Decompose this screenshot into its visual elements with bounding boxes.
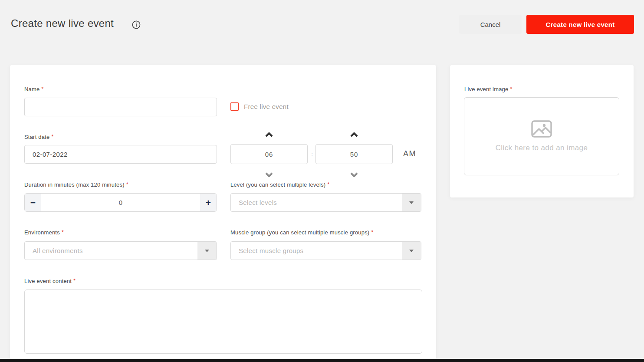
dropdown-arrow-icon	[402, 194, 421, 211]
muscle-group-select[interactable]: Select muscle groups	[230, 241, 421, 260]
minute-increment-button[interactable]	[348, 130, 361, 138]
required-asterisk: *	[41, 86, 43, 92]
required-asterisk: *	[327, 181, 329, 188]
name-input[interactable]	[24, 98, 217, 116]
live-event-form-card: Name* Free live event Start date* : AM D…	[10, 65, 436, 359]
required-asterisk: *	[510, 86, 512, 92]
minute-decrement-button[interactable]	[348, 171, 361, 178]
minute-input[interactable]	[315, 144, 393, 164]
meridiem-label: AM	[403, 149, 416, 158]
name-label: Name*	[24, 86, 43, 92]
chevron-up-icon	[264, 132, 274, 137]
level-select[interactable]: Select levels	[230, 193, 421, 212]
checkbox-icon[interactable]	[230, 102, 239, 111]
image-placeholder-icon	[531, 120, 552, 138]
level-placeholder: Select levels	[231, 194, 402, 211]
page-title: Create new live event	[11, 17, 114, 30]
required-asterisk: *	[51, 134, 53, 140]
start-date-input[interactable]	[24, 145, 217, 164]
hour-input[interactable]	[230, 144, 308, 164]
required-asterisk: *	[371, 229, 373, 235]
start-date-label: Start date*	[24, 134, 53, 140]
info-icon[interactable]	[132, 20, 141, 29]
required-asterisk: *	[62, 229, 64, 235]
live-event-content-label: Live event content*	[24, 278, 76, 284]
duration-increase-button[interactable]: +	[200, 194, 217, 211]
hour-increment-button[interactable]	[263, 130, 276, 138]
environments-placeholder: All environments	[25, 242, 197, 260]
live-event-content-textarea[interactable]	[24, 290, 422, 354]
create-live-event-button[interactable]: Create new live event	[526, 15, 634, 34]
free-live-event-label: Free live event	[244, 103, 289, 110]
dropdown-arrow-icon	[197, 242, 217, 260]
duration-label: Duration in minutes (max 120 minutes)*	[24, 181, 128, 188]
level-label: Level (you can select multiple levels)*	[230, 181, 329, 188]
free-live-event-checkbox[interactable]: Free live event	[230, 102, 289, 111]
environments-select[interactable]: All environments	[24, 241, 217, 260]
image-upload-dropzone[interactable]: Click here to add an image	[464, 97, 619, 175]
required-asterisk: *	[73, 278, 76, 284]
chevron-down-icon	[264, 172, 274, 178]
window-bottom-edge	[0, 359, 644, 362]
duration-stepper: − 0 +	[24, 193, 217, 212]
chevron-up-icon	[349, 132, 359, 137]
required-asterisk: *	[126, 181, 128, 188]
live-event-image-card: Live event image* Click here to add an i…	[450, 65, 634, 197]
duration-decrease-button[interactable]: −	[25, 194, 41, 211]
muscle-group-placeholder: Select muscle groups	[231, 242, 402, 260]
cancel-button[interactable]: Cancel	[459, 15, 522, 34]
duration-value[interactable]: 0	[41, 194, 200, 211]
hour-decrement-button[interactable]	[263, 171, 276, 178]
muscle-group-label: Muscle group (you can select multiple mu…	[230, 229, 373, 236]
time-separator: :	[309, 150, 315, 158]
image-placeholder-text: Click here to add an image	[496, 144, 588, 152]
environments-label: Environments*	[24, 229, 64, 236]
chevron-down-icon	[349, 172, 359, 178]
live-event-image-label: Live event image*	[464, 86, 512, 92]
dropdown-arrow-icon	[402, 242, 421, 260]
